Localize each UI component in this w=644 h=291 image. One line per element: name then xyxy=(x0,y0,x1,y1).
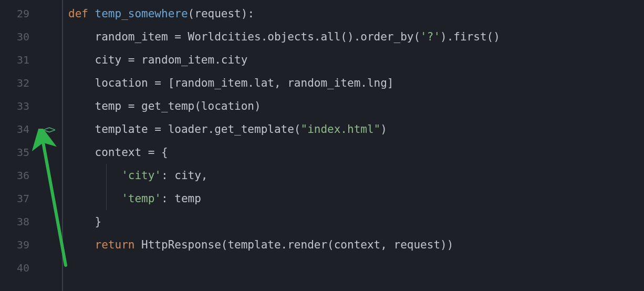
code-token: HttpResponse(template.render(context, re… xyxy=(134,238,453,251)
line-number-text: 40 xyxy=(17,262,29,274)
code-token: city = random_item.city xyxy=(68,54,247,66)
code-token xyxy=(68,169,121,182)
line-number: 37 xyxy=(0,187,62,210)
code-line[interactable] xyxy=(68,256,644,279)
code-token: temp_somewhere xyxy=(95,7,188,20)
code-line[interactable]: context = { xyxy=(68,141,644,164)
code-line[interactable]: } xyxy=(68,210,644,233)
line-number-text: 38 xyxy=(17,215,29,228)
code-token: "index.html" xyxy=(301,123,381,136)
code-token: location = [random_item.lat, random_item… xyxy=(68,77,394,89)
line-number: 32 xyxy=(0,71,62,95)
code-line[interactable]: 'city': city, xyxy=(68,164,644,187)
code-line[interactable]: return HttpResponse(template.render(cont… xyxy=(68,233,644,256)
code-token: request xyxy=(194,7,241,20)
code-token: } xyxy=(68,215,101,228)
line-number-text: 30 xyxy=(17,30,29,43)
line-number: 35 xyxy=(0,141,62,164)
code-line[interactable]: temp = get_temp(location) xyxy=(68,95,644,118)
code-token: temp = get_temp(location) xyxy=(68,100,261,112)
line-number-text: 39 xyxy=(17,238,29,251)
line-number-text: 37 xyxy=(17,192,29,205)
code-token: context = { xyxy=(68,146,168,159)
code-token: 'temp' xyxy=(121,192,161,205)
line-number-text: 29 xyxy=(17,7,29,20)
code-token: ).first() xyxy=(440,30,500,43)
code-line[interactable]: def temp_somewhere(request): xyxy=(68,2,644,25)
line-number: 38 xyxy=(0,210,62,233)
code-token: : city, xyxy=(161,169,208,182)
line-number: 34<> xyxy=(0,118,62,141)
line-number: 39 xyxy=(0,233,62,256)
line-number: 40 xyxy=(0,256,62,279)
code-token xyxy=(68,192,121,205)
code-token: random_item = Worldcities.objects.all().… xyxy=(68,30,420,43)
code-token: : temp xyxy=(161,192,201,205)
line-number-text: 33 xyxy=(17,100,29,112)
line-number: 29 xyxy=(0,2,62,25)
code-line[interactable]: random_item = Worldcities.objects.all().… xyxy=(68,25,644,48)
code-token xyxy=(68,238,95,251)
line-number-text: 31 xyxy=(17,54,29,66)
line-number-gutter: 293031323334<>353637383940 xyxy=(0,0,63,291)
code-token: '?' xyxy=(420,30,440,43)
code-token: template = loader.get_template( xyxy=(68,123,301,136)
code-line[interactable]: 'temp': temp xyxy=(68,187,644,210)
code-token: return xyxy=(95,238,135,251)
line-number: 33 xyxy=(0,95,62,118)
line-number: 36 xyxy=(0,164,62,187)
code-line[interactable]: location = [random_item.lat, random_item… xyxy=(68,71,644,95)
gutter-marker-icon[interactable]: <> xyxy=(43,123,55,136)
code-token: 'city' xyxy=(121,169,161,182)
line-number-text: 36 xyxy=(17,169,29,182)
line-number: 31 xyxy=(0,48,62,71)
code-token: ): xyxy=(241,7,254,20)
code-token: def xyxy=(68,7,95,20)
code-content[interactable]: def temp_somewhere(request): random_item… xyxy=(63,0,644,291)
indent-guide xyxy=(106,187,107,210)
line-number-text: 35 xyxy=(17,146,29,159)
code-token: ) xyxy=(380,123,387,136)
line-number-text: 34 xyxy=(17,123,29,136)
code-line[interactable]: city = random_item.city xyxy=(68,48,644,71)
line-number: 30 xyxy=(0,25,62,48)
code-editor[interactable]: 293031323334<>353637383940 def temp_some… xyxy=(0,0,644,291)
indent-guide xyxy=(106,164,107,187)
line-number-text: 32 xyxy=(17,77,29,89)
code-token: ( xyxy=(188,7,195,20)
code-line[interactable]: template = loader.get_template("index.ht… xyxy=(68,118,644,141)
